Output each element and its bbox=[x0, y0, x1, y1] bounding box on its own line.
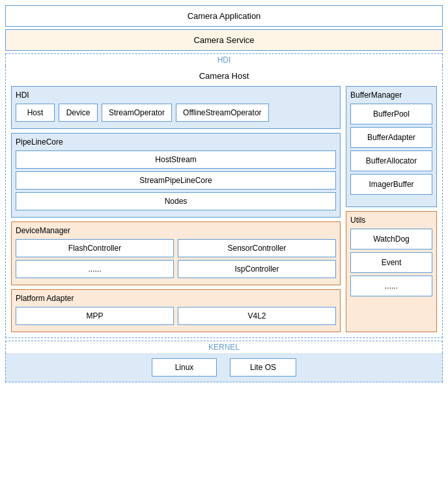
utils-section: Utils WatchDog Event ...... bbox=[346, 211, 437, 332]
diagram-wrapper: Camera Application Camera Service HDI Ca… bbox=[0, 0, 448, 388]
mpp-comp: MPP bbox=[16, 307, 174, 325]
device-manager-row2: ...... IspController bbox=[16, 260, 336, 278]
buffer-allocator-comp: BufferAllocator bbox=[350, 150, 432, 171]
buffer-manager-section: BufferManager BufferPool BufferAdapter B… bbox=[346, 86, 437, 207]
device-manager-section: DeviceManager FlashController SensorCont… bbox=[11, 221, 341, 285]
stream-operator-comp: StreamOperator bbox=[102, 104, 172, 122]
nodes-comp: Nodes bbox=[16, 192, 336, 210]
linux-comp: Linux bbox=[152, 358, 217, 377]
camera-host-outer: Camera Host HDI Host Device StreamOperat… bbox=[5, 66, 443, 338]
camera-app-box: Camera Application bbox=[5, 5, 443, 27]
camera-service-label: Camera Service bbox=[193, 35, 254, 45]
device-manager-row1: FlashController SensorController bbox=[16, 239, 336, 257]
buffer-adapter-comp: BufferAdapter bbox=[350, 127, 432, 148]
v4l2-comp: V4L2 bbox=[178, 307, 336, 325]
event-comp: Event bbox=[350, 252, 432, 273]
flash-controller-comp: FlashController bbox=[16, 239, 174, 257]
utils-dotdot-comp: ...... bbox=[350, 276, 432, 296]
stream-pipeline-core-comp: StreamPipeLineCore bbox=[16, 171, 336, 190]
device-manager-title: DeviceManager bbox=[16, 226, 336, 235]
platform-adapter-row: MPP V4L2 bbox=[16, 307, 336, 325]
watchdog-comp: WatchDog bbox=[350, 229, 432, 249]
kernel-bottom: Linux Lite OS bbox=[5, 353, 443, 382]
camera-app-label: Camera Application bbox=[188, 11, 261, 21]
isp-controller-comp: IspController bbox=[178, 260, 336, 278]
pipeline-row1: HostStream bbox=[16, 150, 336, 169]
kernel-row: Linux Lite OS bbox=[11, 358, 437, 377]
kernel-label-row: KERNEL bbox=[5, 341, 443, 353]
dotdot-comp: ...... bbox=[16, 260, 174, 278]
buffer-manager-title: BufferManager bbox=[350, 91, 432, 100]
pipeline-row2: StreamPipeLineCore bbox=[16, 171, 336, 190]
pipeline-section-title: PipeLineCore bbox=[16, 137, 336, 147]
hdi-components-row: Host Device StreamOperator OfflineStream… bbox=[16, 104, 336, 122]
hdi-section: HDI Host Device StreamOperator OfflineSt… bbox=[11, 86, 341, 129]
device-comp: Device bbox=[59, 104, 98, 122]
camera-service-box: Camera Service bbox=[5, 29, 443, 51]
buffer-pool-comp: BufferPool bbox=[350, 104, 432, 124]
camera-host-title: Camera Host bbox=[11, 71, 437, 81]
platform-adapter-section: Platform Adapter MPP V4L2 bbox=[11, 289, 341, 332]
imager-buffer-comp: ImagerBuffer bbox=[350, 174, 432, 195]
host-comp: Host bbox=[16, 104, 55, 122]
sensor-controller-comp: SensorController bbox=[178, 239, 336, 257]
platform-adapter-title: Platform Adapter bbox=[16, 294, 336, 303]
camera-host-inner: HDI Host Device StreamOperator OfflineSt… bbox=[11, 86, 437, 332]
offline-stream-operator-comp: OfflineStreamOperator bbox=[176, 104, 269, 122]
liteos-comp: Lite OS bbox=[230, 358, 296, 377]
hdi-label: HDI bbox=[217, 55, 231, 64]
left-column: HDI Host Device StreamOperator OfflineSt… bbox=[11, 86, 341, 332]
hdi-label-row: HDI bbox=[5, 53, 443, 66]
utils-title: Utils bbox=[350, 216, 432, 225]
host-stream-comp: HostStream bbox=[16, 150, 336, 169]
pipeline-row3: Nodes bbox=[16, 192, 336, 210]
pipeline-section: PipeLineCore HostStream StreamPipeLineCo… bbox=[11, 133, 341, 218]
right-column: BufferManager BufferPool BufferAdapter B… bbox=[346, 86, 437, 332]
kernel-label: KERNEL bbox=[208, 343, 240, 352]
hdi-section-title: HDI bbox=[16, 91, 336, 100]
